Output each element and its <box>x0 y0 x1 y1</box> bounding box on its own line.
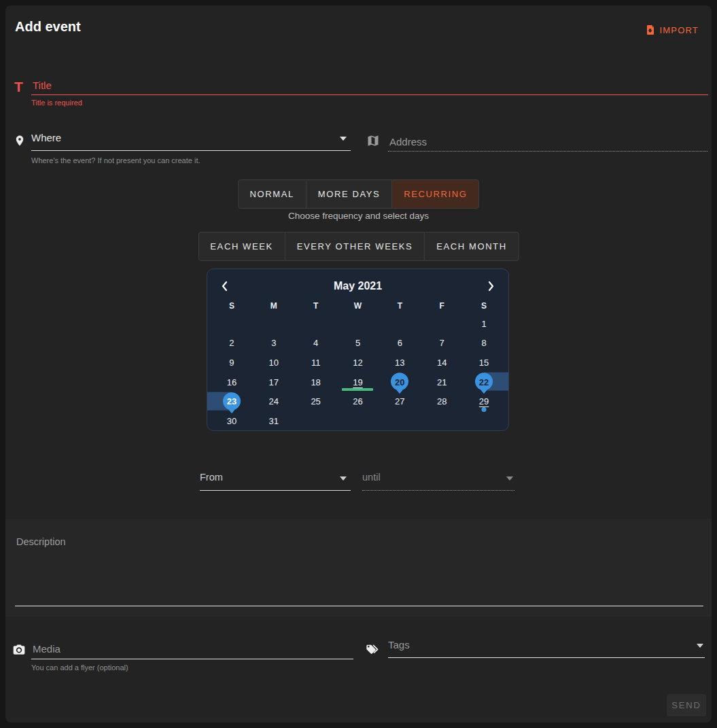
calendar-prev-button[interactable] <box>218 279 230 293</box>
calendar-day-11[interactable]: 11 <box>295 353 337 372</box>
calendar-day-empty <box>421 314 463 334</box>
calendar-next-button[interactable] <box>485 279 497 293</box>
calendar-weekdays: SMTWTFS <box>207 299 508 313</box>
media-helper-text: You can add a flyer (optional) <box>31 663 128 672</box>
calendar-week-row: 9101112131415 <box>211 353 505 372</box>
tab-normal[interactable]: NORMAL <box>238 179 307 209</box>
calendar-day-3[interactable]: 3 <box>253 334 295 353</box>
calendar-day-23[interactable]: 23 <box>211 392 253 411</box>
calendar-day-31[interactable]: 31 <box>253 411 295 431</box>
calendar-weekday-label: T <box>295 299 337 313</box>
calendar-day-number: 11 <box>311 358 321 368</box>
calendar-day-empty <box>421 411 463 431</box>
calendar-day-number: 20 <box>395 377 404 387</box>
calendar-day-empty <box>337 411 379 431</box>
calendar-month-label: May 2021 <box>334 280 382 292</box>
calendar-grid: 1234567891011121314151617181920212223242… <box>207 314 508 431</box>
calendar-day-empty <box>379 411 421 431</box>
calendar-day-24[interactable]: 24 <box>253 392 295 411</box>
calendar-day-25[interactable]: 25 <box>295 392 337 411</box>
calendar-day-15[interactable]: 15 <box>463 353 505 372</box>
add-event-page: Add event IMPORT T Title is required Whe… <box>0 0 717 728</box>
frequency-option-every-other-weeks[interactable]: EVERY OTHER WEEKS <box>285 232 425 261</box>
calendar-day-1[interactable]: 1 <box>463 314 505 334</box>
calendar-day-13[interactable]: 13 <box>379 353 421 372</box>
calendar-day-number: 19 <box>353 377 362 387</box>
calendar-day-empty <box>295 411 337 431</box>
title-error-text: Title is required <box>31 99 82 107</box>
calendar-day-number: 12 <box>353 358 362 368</box>
address-input[interactable] <box>388 132 707 152</box>
calendar-day-30[interactable]: 30 <box>211 411 253 431</box>
calendar-week-row: 16171819202122 <box>211 372 505 392</box>
tab-recurring[interactable]: RECURRING <box>391 179 479 209</box>
calendar-day-7[interactable]: 7 <box>421 334 463 353</box>
media-input[interactable] <box>31 639 353 659</box>
frequency-hint: Choose frequency and select days <box>5 211 712 221</box>
title-input[interactable] <box>31 76 708 95</box>
tags-select[interactable]: Tags <box>388 639 705 658</box>
calendar-day-16[interactable]: 16 <box>211 372 253 392</box>
frequency-options: EACH WEEKEVERY OTHER WEEKSEACH MONTH <box>198 232 519 261</box>
calendar-day-12[interactable]: 12 <box>337 353 379 372</box>
calendar-day-8[interactable]: 8 <box>463 334 505 353</box>
chevron-down-icon <box>697 644 703 648</box>
calendar-day-empty <box>337 314 379 334</box>
calendar-day-27[interactable]: 27 <box>379 392 421 411</box>
calendar-day-number: 6 <box>398 338 402 348</box>
until-placeholder: until <box>362 472 381 483</box>
calendar-day-number: 3 <box>271 338 276 348</box>
calendar-day-number: 16 <box>227 377 237 387</box>
calendar-day-number: 1 <box>481 319 486 329</box>
calendar-day-21[interactable]: 21 <box>421 372 463 392</box>
description-input[interactable] <box>15 535 703 606</box>
location-pin-icon <box>14 135 26 147</box>
tags-icon <box>366 644 381 657</box>
calendar-weekday-label: W <box>337 299 379 313</box>
calendar-day-number: 26 <box>353 396 362 406</box>
where-helper-text: Where's the event? If not present you ca… <box>31 156 200 164</box>
calendar-day-20[interactable]: 20 <box>379 372 421 392</box>
map-icon <box>366 134 380 148</box>
text-icon: T <box>14 79 23 95</box>
calendar-day-number: 5 <box>355 338 360 348</box>
file-import-icon <box>645 24 656 35</box>
description-section <box>5 519 712 617</box>
frequency-option-each-week[interactable]: EACH WEEK <box>198 232 285 261</box>
calendar-day-2[interactable]: 2 <box>211 334 253 353</box>
import-button[interactable]: IMPORT <box>644 22 700 38</box>
calendar-day-number: 28 <box>437 396 447 406</box>
calendar-day-18[interactable]: 18 <box>295 372 337 392</box>
calendar-day-4[interactable]: 4 <box>295 334 337 353</box>
add-event-card: Add event IMPORT T Title is required Whe… <box>5 5 712 723</box>
calendar-day-5[interactable]: 5 <box>337 334 379 353</box>
tab-more-days[interactable]: MORE DAYS <box>306 179 392 209</box>
calendar-day-10[interactable]: 10 <box>253 353 295 372</box>
calendar-day-17[interactable]: 17 <box>253 372 295 392</box>
calendar-day-28[interactable]: 28 <box>421 392 463 411</box>
send-button[interactable]: SEND <box>667 694 706 716</box>
chevron-left-icon <box>221 281 228 292</box>
calendar-day-6[interactable]: 6 <box>379 334 421 353</box>
calendar-day-number: 29 <box>479 396 489 406</box>
from-select[interactable]: From <box>200 472 351 491</box>
calendar-day-number: 4 <box>313 338 318 348</box>
calendar-day-14[interactable]: 14 <box>421 353 463 372</box>
calendar-day-29[interactable]: 29 <box>463 392 505 411</box>
calendar-day-26[interactable]: 26 <box>337 392 379 411</box>
until-select[interactable]: until <box>362 472 514 491</box>
event-type-tabs: NORMALMORE DAYSRECURRING <box>238 179 480 209</box>
calendar-day-9[interactable]: 9 <box>211 353 253 372</box>
calendar-day-number: 14 <box>437 358 447 368</box>
frequency-option-each-month[interactable]: EACH MONTH <box>424 232 519 261</box>
calendar-day-empty <box>379 314 421 334</box>
chevron-down-icon <box>340 137 347 141</box>
calendar-day-22[interactable]: 22 <box>463 372 505 392</box>
camera-icon <box>12 643 27 657</box>
calendar-day-number: 31 <box>269 416 279 426</box>
calendar-day-number: 9 <box>229 358 234 368</box>
calendar-day-19[interactable]: 19 <box>337 372 379 392</box>
calendar-weekday-label: S <box>211 299 253 313</box>
calendar-day-number: 25 <box>311 396 320 406</box>
where-select[interactable]: Where <box>31 132 351 151</box>
